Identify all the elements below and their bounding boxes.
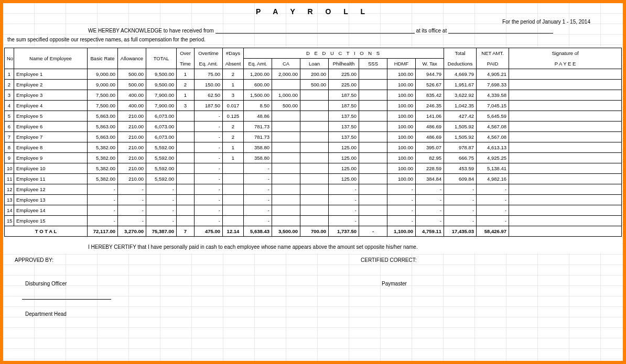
cell[interactable]: Employee 14 xyxy=(14,205,88,216)
cell[interactable] xyxy=(272,80,300,90)
cell[interactable]: 9 xyxy=(5,153,14,163)
cell[interactable]: 12 xyxy=(5,184,14,195)
cell[interactable]: 210.00 xyxy=(118,122,146,132)
cell[interactable]: 1,042.35 xyxy=(444,101,477,111)
cell[interactable]: 1 xyxy=(177,90,195,101)
cell[interactable]: 10 xyxy=(5,163,14,174)
cell[interactable]: 187.50 xyxy=(329,90,359,101)
cell[interactable]: 4,567.08 xyxy=(477,122,509,132)
cell[interactable]: 1,500.00 xyxy=(244,90,272,101)
cell[interactable]: - xyxy=(329,195,359,205)
cell[interactable] xyxy=(272,132,300,142)
cell[interactable]: 150.00 xyxy=(195,80,223,90)
cell[interactable]: 225.00 xyxy=(329,69,359,80)
cell[interactable]: 500.00 xyxy=(300,80,329,90)
cell[interactable]: 2 xyxy=(5,80,14,90)
cell[interactable]: 0.125 xyxy=(223,111,244,122)
cell[interactable]: 141.06 xyxy=(416,111,444,122)
cell[interactable]: 781.73 xyxy=(244,132,272,142)
cell[interactable] xyxy=(359,163,387,174)
cell[interactable]: 835.42 xyxy=(416,90,444,101)
cell[interactable]: 1,505.92 xyxy=(444,132,477,142)
cell[interactable]: 384.84 xyxy=(416,174,444,184)
cell[interactable] xyxy=(509,80,622,90)
cell[interactable]: Employee 1 xyxy=(14,69,88,80)
cell[interactable]: - xyxy=(118,184,146,195)
cell[interactable]: 125.00 xyxy=(329,153,359,163)
cell[interactable]: 9,000.00 xyxy=(88,69,118,80)
cell[interactable]: 7,500.00 xyxy=(88,101,118,111)
table-row[interactable]: 13Employee 13---------- xyxy=(5,195,622,205)
cell[interactable]: 210.00 xyxy=(118,111,146,122)
cell[interactable]: - xyxy=(329,184,359,195)
cell[interactable]: 6 xyxy=(5,122,14,132)
cell[interactable]: 3,622.92 xyxy=(444,90,477,101)
cell[interactable] xyxy=(300,142,329,153)
cell[interactable]: - xyxy=(118,195,146,205)
cell[interactable] xyxy=(359,111,387,122)
cell[interactable]: - xyxy=(195,153,223,163)
cell[interactable] xyxy=(177,216,195,226)
cell[interactable]: - xyxy=(416,195,444,205)
cell[interactable]: 5,645.59 xyxy=(477,111,509,122)
cell[interactable] xyxy=(300,111,329,122)
cell[interactable]: - xyxy=(387,195,416,205)
cell[interactable]: - xyxy=(195,205,223,216)
cell[interactable]: 62.50 xyxy=(195,90,223,101)
cell[interactable] xyxy=(359,132,387,142)
cell[interactable]: 3 xyxy=(223,90,244,101)
cell[interactable]: 7,698.33 xyxy=(477,80,509,90)
cell[interactable] xyxy=(300,101,329,111)
cell[interactable]: Employee 11 xyxy=(14,174,88,184)
table-row[interactable]: 7Employee 75,863.00210.006,073.00-2781.7… xyxy=(5,132,622,142)
cell[interactable] xyxy=(359,195,387,205)
cell[interactable]: 5,863.00 xyxy=(88,122,118,132)
cell[interactable]: 400.00 xyxy=(118,101,146,111)
cell[interactable]: Employee 4 xyxy=(14,101,88,111)
cell[interactable] xyxy=(359,90,387,101)
cell[interactable] xyxy=(509,122,622,132)
cell[interactable]: 8.50 xyxy=(244,101,272,111)
cell[interactable]: - xyxy=(195,163,223,174)
cell[interactable]: 6,073.00 xyxy=(146,132,177,142)
blank-from[interactable] xyxy=(215,28,415,34)
cell[interactable] xyxy=(359,122,387,132)
cell[interactable] xyxy=(359,69,387,80)
table-row[interactable]: 11Employee 115,382.00210.005,592.00--125… xyxy=(5,174,622,184)
cell[interactable] xyxy=(300,122,329,132)
cell[interactable] xyxy=(223,184,244,195)
cell[interactable]: - xyxy=(477,195,509,205)
cell[interactable]: 3 xyxy=(177,101,195,111)
cell[interactable]: - xyxy=(118,205,146,216)
cell[interactable] xyxy=(177,142,195,153)
cell[interactable]: Employee 7 xyxy=(14,132,88,142)
cell[interactable] xyxy=(509,132,622,142)
cell[interactable]: - xyxy=(195,122,223,132)
cell[interactable]: 5,863.00 xyxy=(88,111,118,122)
cell[interactable]: 210.00 xyxy=(118,153,146,163)
cell[interactable] xyxy=(509,184,622,195)
cell[interactable]: 7,045.15 xyxy=(477,101,509,111)
cell[interactable]: 7,900.00 xyxy=(146,90,177,101)
cell[interactable]: - xyxy=(244,216,272,226)
table-row[interactable]: 9Employee 95,382.00210.005,592.00-1358.8… xyxy=(5,153,622,163)
cell[interactable] xyxy=(223,195,244,205)
cell[interactable] xyxy=(223,174,244,184)
cell[interactable]: 2,000.00 xyxy=(272,69,300,80)
cell[interactable]: 5,592.00 xyxy=(146,163,177,174)
cell[interactable] xyxy=(359,80,387,90)
cell[interactable]: 4,339.58 xyxy=(477,90,509,101)
cell[interactable] xyxy=(359,216,387,226)
table-row[interactable]: 12Employee 12---------- xyxy=(5,184,622,195)
cell[interactable]: Employee 5 xyxy=(14,111,88,122)
cell[interactable]: - xyxy=(195,111,223,122)
cell[interactable]: 100.00 xyxy=(387,90,416,101)
cell[interactable] xyxy=(300,184,329,195)
cell[interactable]: 1,000.00 xyxy=(272,90,300,101)
cell[interactable]: 100.00 xyxy=(387,69,416,80)
cell[interactable]: Employee 13 xyxy=(14,195,88,205)
cell[interactable] xyxy=(272,184,300,195)
cell[interactable]: - xyxy=(244,174,272,184)
cell[interactable]: 500.00 xyxy=(272,101,300,111)
cell[interactable]: 526.67 xyxy=(416,80,444,90)
